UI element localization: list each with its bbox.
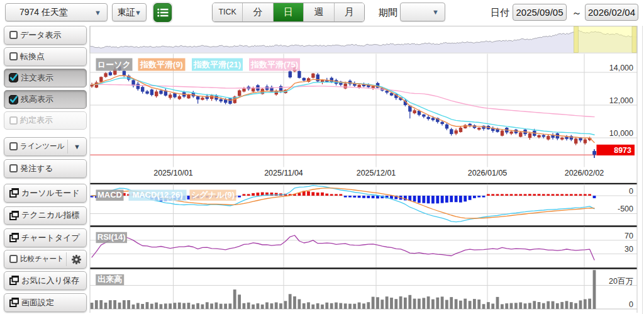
svg-text:-500: -500	[618, 205, 633, 213]
svg-text:MACD(12,26): MACD(12,26)	[132, 190, 182, 199]
svg-text:RSI(14): RSI(14)	[97, 232, 126, 242]
svg-text:70: 70	[625, 232, 633, 240]
svg-text:14,000: 14,000	[609, 64, 633, 72]
svg-text:2026/02/02: 2026/02/02	[565, 169, 604, 177]
svg-text:0: 0	[629, 187, 633, 196]
svg-text:10,000: 10,000	[609, 129, 633, 138]
svg-text:シグナル(9): シグナル(9)	[191, 190, 235, 199]
svg-text:2025/11/04: 2025/11/04	[264, 169, 303, 177]
svg-text:8973: 8973	[614, 146, 631, 155]
svg-text:指数平滑(21): 指数平滑(21)	[193, 60, 241, 69]
svg-text:ローソク: ローソク	[97, 60, 131, 69]
svg-text:指数平滑(75): 指数平滑(75)	[250, 60, 298, 69]
svg-text:2026/01/05: 2026/01/05	[468, 169, 508, 177]
svg-text:出来高: 出来高	[97, 274, 122, 284]
svg-text:指数平滑(9): 指数平滑(9)	[140, 60, 183, 69]
svg-text:20百万: 20百万	[609, 277, 633, 286]
svg-text:12,000: 12,000	[609, 96, 633, 105]
svg-text:2025/12/01: 2025/12/01	[357, 169, 396, 177]
svg-text:2025/10/01: 2025/10/01	[153, 169, 193, 177]
svg-text:MACD: MACD	[97, 190, 122, 199]
svg-text:0: 0	[629, 300, 633, 309]
svg-text:30: 30	[625, 245, 633, 254]
